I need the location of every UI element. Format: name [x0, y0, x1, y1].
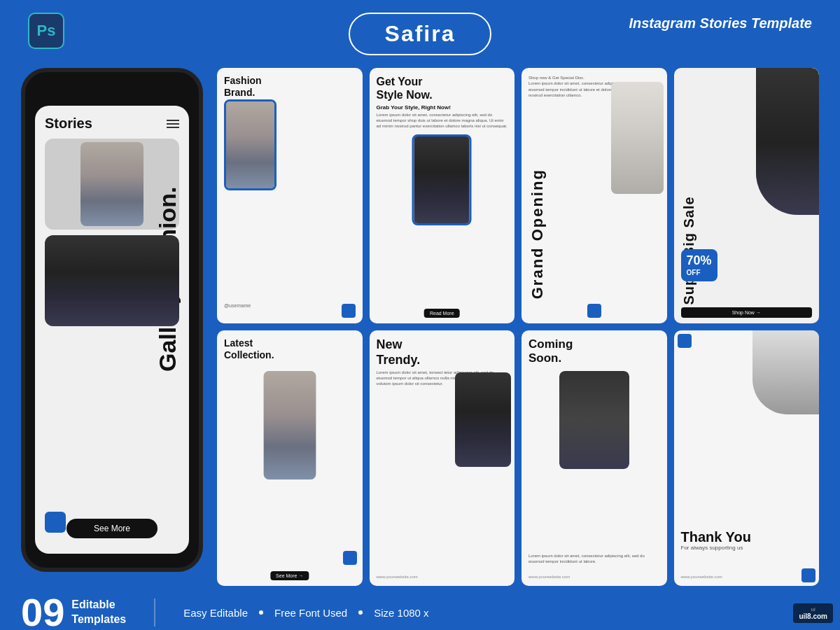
- story-card-3: Shop now & Get Special Disc.Lorem ipsum …: [522, 68, 667, 323]
- blue-corner-decoration: [45, 512, 66, 533]
- story-card-1: FashionBrand. @username: [217, 68, 363, 323]
- card-7-text: Lorem ipsum dolor sit amet, consectetur …: [528, 554, 660, 565]
- card-2-title: Get YourStyle Now.: [377, 75, 508, 102]
- card-7-url: www.yourwebsite.com: [528, 575, 570, 579]
- card-1-username: @username: [224, 303, 251, 308]
- phone-header: Stories: [45, 115, 179, 132]
- phone-screen: Stories Gallery Fashion. See More: [35, 106, 189, 554]
- story-card-6: NewTrendy. Lorem ipsum dolor sit amet, t…: [370, 330, 515, 586]
- card-5-blue-accent: [343, 551, 357, 565]
- card-8-title: Thank You For always supporting us: [681, 529, 751, 551]
- footer-count-section: 09 Editable Templates: [21, 593, 126, 630]
- card-6-image: [455, 372, 511, 467]
- card-5-title: LatestCollection.: [224, 337, 356, 361]
- footer: 09 Editable Templates Easy Editable Free…: [0, 586, 840, 630]
- footer-dot-2: [358, 610, 363, 615]
- footer-label: Editable Templates: [71, 598, 126, 627]
- feature-font: Free Font Used: [274, 607, 347, 619]
- card-1-image: [224, 99, 276, 190]
- header: Ps Safira Instagram Stories Template: [0, 0, 840, 68]
- main-content: Stories Gallery Fashion. See More: [0, 68, 840, 586]
- card-8-image: [752, 330, 819, 414]
- ps-icon: Ps: [28, 13, 64, 49]
- story-card-8: Thank You For always supporting us www.y…: [674, 330, 820, 586]
- feature-size: Size 1080 x: [374, 607, 428, 619]
- phone-see-more-btn[interactable]: See More: [66, 519, 158, 538]
- header-tagline: Instagram Stories Template: [629, 15, 812, 31]
- feature-easy: Easy Editable: [183, 607, 248, 619]
- card-2-text: Lorem ipsum dolor sit amet, consectetur …: [377, 113, 508, 129]
- story-card-7: ComingSoon. Lorem ipsum dolor sit amet, …: [522, 330, 667, 586]
- tagline-text: Stories Template: [696, 15, 812, 31]
- story-card-4: Super Big Sale 70% OFF Shop Now →: [674, 68, 820, 323]
- story-card-5: LatestCollection. See More →: [217, 330, 363, 586]
- footer-divider: [154, 598, 155, 626]
- card-2-btn[interactable]: Read More: [424, 309, 460, 318]
- phone-mockup: Stories Gallery Fashion. See More: [21, 68, 203, 572]
- card-8-blue-br: [802, 568, 816, 582]
- card-4-btn[interactable]: Shop Now →: [681, 307, 813, 318]
- phone-image-2: [45, 235, 179, 326]
- footer-dot-1: [259, 610, 263, 615]
- brand-name: Safira: [385, 21, 456, 46]
- card-7-image: [559, 371, 629, 469]
- hamburger-icon: [167, 120, 179, 128]
- phone-stories-title: Stories: [45, 115, 92, 132]
- tagline-bold: Instagram: [629, 15, 696, 31]
- card-6-title: NewTrendy.: [377, 337, 508, 368]
- card-1-title: FashionBrand.: [224, 75, 356, 99]
- card-2-image: [412, 134, 472, 225]
- card-8-url: www.yourwebsite.com: [681, 575, 722, 579]
- card-2-subtitle: Grab Your Style, Right Now!: [377, 104, 508, 111]
- card-3-blue-accent: [587, 304, 601, 318]
- card-6-url: www.yourwebsite.com: [377, 575, 418, 579]
- brand-oval: Safira: [349, 13, 492, 55]
- footer-count: 09: [21, 593, 64, 630]
- watermark: ui uil8.com: [793, 603, 833, 623]
- card-3-title: Grand Opening: [528, 82, 547, 299]
- story-grid: FashionBrand. @username Get YourStyle No…: [217, 68, 819, 586]
- phone-notch: [84, 86, 140, 99]
- card-7-title: ComingSoon.: [528, 337, 660, 366]
- card-4-sale-badge: 70% OFF: [681, 249, 718, 281]
- story-card-2: Get YourStyle Now. Grab Your Style, Righ…: [370, 68, 515, 323]
- card-1-blue-accent: [342, 304, 356, 318]
- card-5-image: [263, 371, 316, 479]
- card-3-image: [611, 82, 664, 194]
- card-4-image: [756, 68, 819, 215]
- card-8-blue-tl: [678, 334, 692, 348]
- footer-features: Easy Editable Free Font Used Size 1080 x: [183, 607, 428, 619]
- card-5-btn[interactable]: See More →: [270, 571, 309, 580]
